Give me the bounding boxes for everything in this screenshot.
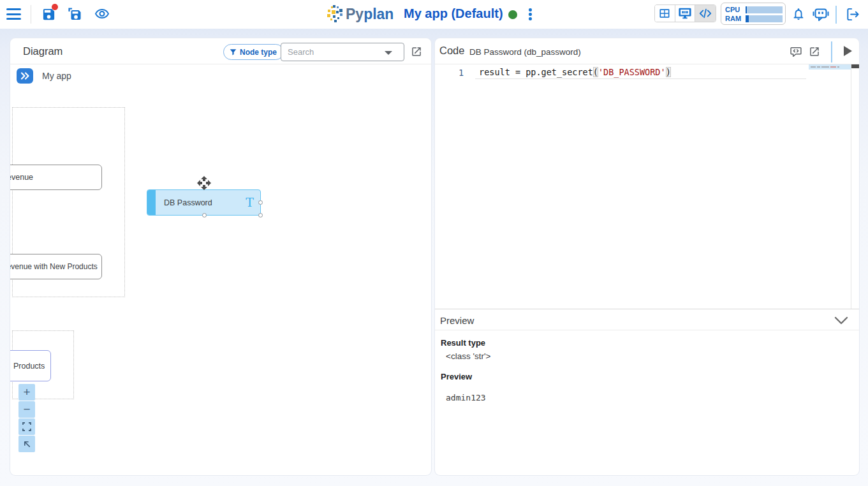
cpu-bar (746, 6, 783, 13)
connector-handle[interactable] (202, 213, 207, 217)
preview-section: Preview Result type <class 'str'> Previe… (435, 309, 859, 475)
filter-funnel-icon (229, 48, 237, 56)
open-in-new-icon (809, 46, 820, 57)
menu-icon[interactable] (6, 8, 21, 20)
diagram-panel-title: Diagram (23, 45, 63, 57)
code-icon (698, 6, 712, 20)
code-view-button[interactable] (695, 5, 716, 22)
comment-code-button[interactable] (790, 45, 802, 58)
comment-code-icon (790, 45, 802, 58)
table-view-button[interactable] (655, 5, 675, 22)
diagram-panel-header: Diagram Node type (10, 38, 431, 64)
preview-title: Preview (440, 315, 474, 326)
diagram-panel: Diagram Node type My app Revenue (10, 38, 431, 475)
code-panel-title: Code (439, 45, 464, 57)
zoom-out-button[interactable]: − (18, 401, 35, 418)
open-code-external-button[interactable] (808, 45, 821, 58)
cpu-label: CPU (725, 6, 746, 13)
save-all-icon (67, 6, 82, 22)
breadcrumb[interactable]: My app (42, 71, 71, 81)
node-search-combobox[interactable] (281, 43, 404, 61)
connector-handle[interactable] (258, 213, 263, 217)
chevron-down-icon[interactable] (834, 316, 848, 325)
scrollbar-thumb[interactable] (851, 64, 859, 68)
fullscreen-icon (22, 422, 31, 431)
arrow-up-left-icon (23, 440, 31, 448)
pyplan-logo[interactable]: Pyplan (327, 4, 394, 24)
app-status-dot (508, 10, 517, 19)
fit-screen-button[interactable] (18, 418, 35, 435)
divider (831, 41, 832, 63)
zoom-in-button[interactable]: + (18, 384, 35, 401)
node-type-filter-button[interactable]: Node type (223, 44, 284, 60)
save-button[interactable] (40, 6, 57, 22)
minimap[interactable] (809, 64, 851, 70)
code-line[interactable]: result = pp.get_secret('DB_PASSWORD') (479, 67, 671, 77)
node-accent-bar (147, 190, 156, 215)
breadcrumb-expand-button[interactable] (17, 68, 33, 84)
search-input[interactable] (288, 44, 383, 60)
result-type-value: <class 'str'> (446, 351, 490, 361)
double-chevron-icon (20, 71, 30, 80)
move-cursor-icon (196, 175, 212, 191)
result-type-label: Result type (441, 338, 485, 348)
bell-icon (791, 6, 805, 22)
node-revenue-with-new-products[interactable]: Revenue with New Products (10, 254, 102, 279)
line-number: 1 (459, 68, 464, 78)
dashboard-view-button[interactable] (675, 5, 696, 22)
eye-icon (94, 6, 110, 22)
connector-handle[interactable] (258, 200, 263, 205)
table-icon (658, 7, 671, 20)
dropdown-caret-icon[interactable] (385, 51, 392, 55)
pyplan-app: Pyplan My app (Default) CP (0, 0, 868, 486)
preview-header[interactable]: Preview (435, 309, 859, 330)
reset-position-button[interactable] (18, 436, 35, 452)
preview-value: admin123 (446, 393, 486, 402)
logout-icon (845, 7, 860, 22)
code-panel: Code DB Password (db_password) 1 result … (435, 38, 859, 475)
scrollbar-track (851, 64, 851, 309)
app-title[interactable]: My app (Default) (404, 6, 503, 21)
unsaved-changes-dot (52, 4, 58, 10)
code-node-subtitle: DB Password (db_password) (469, 47, 581, 57)
text-node-type-icon: T (246, 195, 254, 209)
more-options-icon[interactable] (529, 8, 533, 22)
divider (835, 6, 837, 24)
resource-monitor: CPU RAM (721, 3, 786, 25)
diagram-canvas[interactable]: My app Revenue DB Password T Revenue wit… (10, 64, 431, 475)
ram-label: RAM (725, 15, 746, 22)
open-diagram-external-button[interactable] (410, 45, 423, 58)
pyplan-logo-icon (327, 4, 344, 24)
open-in-new-icon (411, 46, 422, 57)
monitor-icon (678, 6, 692, 20)
code-panel-header: Code DB Password (db_password) (435, 38, 859, 64)
run-code-button[interactable] (841, 45, 854, 57)
divider (31, 5, 31, 24)
save-all-button[interactable] (66, 6, 83, 22)
view-toggle-group (654, 4, 716, 22)
active-line-underline (475, 78, 806, 79)
code-editor[interactable]: 1 result = pp.get_secret('DB_PASSWORD') (435, 64, 859, 309)
node-products[interactable]: Products (10, 350, 51, 381)
node-db-password[interactable]: DB Password T (147, 189, 261, 216)
ram-bar (746, 15, 783, 22)
logout-button[interactable] (844, 6, 861, 22)
preview-eye-button[interactable] (94, 6, 110, 22)
notifications-button[interactable] (790, 6, 807, 22)
bot-icon (813, 6, 829, 22)
top-bar: Pyplan My app (Default) CP (0, 0, 868, 29)
play-icon (842, 45, 853, 57)
zoom-controls: + − (18, 384, 35, 453)
preview-label: Preview (441, 372, 472, 381)
assistant-bot-button[interactable] (813, 6, 829, 22)
pyplan-logo-text: Pyplan (346, 6, 394, 23)
node-revenue[interactable]: Revenue (10, 165, 102, 190)
